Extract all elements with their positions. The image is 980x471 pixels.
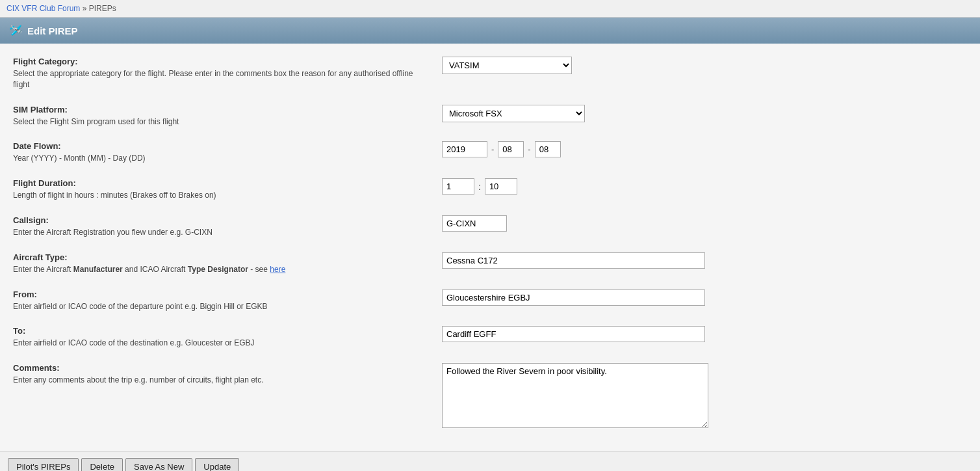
aircraft-type-desc: Enter the Aircraft Manufacturer and ICAO… (13, 264, 429, 275)
sim-platform-input-col: Microsoft FSX Microsoft FS2004 X-Plane P… (442, 105, 967, 122)
to-input-col (442, 326, 967, 342)
callsign-input[interactable] (442, 215, 507, 232)
duration-hours-input[interactable] (442, 178, 474, 195)
flight-duration-label-col: Flight Duration: Length of flight in hou… (13, 178, 442, 201)
sim-platform-select[interactable]: Microsoft FSX Microsoft FS2004 X-Plane P… (442, 105, 585, 122)
date-flown-desc: Year (YYYY) - Month (MM) - Day (DD) (13, 153, 429, 164)
to-title: To: (13, 326, 429, 336)
page-header: 🛩️ Edit PIREP (0, 18, 980, 44)
from-input-col (442, 289, 967, 306)
aircraft-type-title: Aircraft Type: (13, 252, 429, 262)
aircraft-type-desc-before: Enter the Aircraft (13, 265, 73, 274)
date-flown-input-col: - - (442, 141, 967, 157)
sim-platform-label-col: SIM Platform: Select the Flight Sim prog… (13, 105, 442, 128)
comments-textarea[interactable]: Followed the River Severn in poor visibi… (442, 363, 708, 428)
flight-category-title: Flight Category: (13, 57, 429, 66)
footer-buttons: Pilot's PIREPs Delete Save As New Update (0, 451, 980, 471)
flight-category-input-col: VATSIM IVAO Offline (Authorised) Offline… (442, 57, 967, 74)
flight-category-label-col: Flight Category: Select the appropriate … (13, 57, 442, 90)
callsign-desc: Enter the Aircraft Registration you flew… (13, 227, 429, 238)
from-row: From: Enter airfield or ICAO code of the… (13, 289, 967, 312)
from-title: From: (13, 289, 429, 299)
aircraft-type-type: Type Designator (188, 265, 248, 274)
aircraft-type-input-col (442, 252, 967, 269)
aircraft-type-link[interactable]: here (270, 265, 285, 274)
flight-category-desc: Select the appropriate category for the … (13, 68, 429, 90)
comments-input-col: Followed the River Severn in poor visibi… (442, 363, 967, 430)
date-day-input[interactable] (535, 141, 561, 157)
duration-colon: : (477, 182, 482, 192)
aircraft-type-row: Aircraft Type: Enter the Aircraft Manufa… (13, 252, 967, 275)
date-flown-label-col: Date Flown: Year (YYYY) - Month (MM) - D… (13, 141, 442, 164)
date-flown-row: Date Flown: Year (YYYY) - Month (MM) - D… (13, 141, 967, 164)
comments-desc: Enter any comments about the trip e.g. n… (13, 375, 429, 386)
main-content: Flight Category: Select the appropriate … (0, 44, 980, 451)
flight-duration-input-col: : (442, 178, 967, 195)
to-input[interactable] (442, 326, 705, 342)
callsign-input-col (442, 215, 967, 232)
sim-platform-desc: Select the Flight Sim program used for t… (13, 116, 429, 128)
aircraft-type-desc-after: - see (248, 265, 270, 274)
breadcrumb-separator: » (83, 4, 87, 13)
duration-row: : (442, 178, 967, 195)
flight-duration-title: Flight Duration: (13, 178, 429, 188)
aircraft-type-manufacturer: Manufacturer (73, 265, 123, 274)
aircraft-type-label-col: Aircraft Type: Enter the Aircraft Manufa… (13, 252, 442, 275)
from-input[interactable] (442, 289, 705, 306)
flight-category-select[interactable]: VATSIM IVAO Offline (Authorised) Offline… (442, 57, 572, 74)
from-label-col: From: Enter airfield or ICAO code of the… (13, 289, 442, 312)
edit-pirep-icon: 🛩️ (9, 24, 22, 37)
page-title: Edit PIREP (27, 25, 78, 36)
flight-duration-desc: Length of flight in hours : minutes (Bra… (13, 190, 429, 201)
callsign-row: Callsign: Enter the Aircraft Registratio… (13, 215, 967, 238)
date-row: - - (442, 141, 967, 157)
comments-title: Comments: (13, 363, 429, 373)
callsign-label-col: Callsign: Enter the Aircraft Registratio… (13, 215, 442, 238)
callsign-title: Callsign: (13, 215, 429, 225)
date-sep-2: - (526, 144, 532, 154)
date-year-input[interactable] (442, 141, 487, 157)
delete-button[interactable]: Delete (81, 458, 123, 471)
aircraft-type-input[interactable] (442, 252, 705, 269)
to-row: To: Enter airfield or ICAO code of the d… (13, 326, 967, 349)
breadcrumb: CIX VFR Club Forum » PIREPs (0, 0, 980, 18)
duration-minutes-input[interactable] (485, 178, 517, 195)
to-desc: Enter airfield or ICAO code of the desti… (13, 338, 429, 349)
comments-row: Comments: Enter any comments about the t… (13, 363, 967, 430)
sim-platform-title: SIM Platform: (13, 105, 429, 114)
to-label-col: To: Enter airfield or ICAO code of the d… (13, 326, 442, 349)
sim-platform-row: SIM Platform: Select the Flight Sim prog… (13, 105, 967, 128)
date-sep-1: - (490, 144, 495, 154)
breadcrumb-current: PIREPs (89, 4, 116, 13)
flight-duration-row: Flight Duration: Length of flight in hou… (13, 178, 967, 201)
pilots-pireps-button[interactable]: Pilot's PIREPs (8, 458, 79, 471)
comments-label-col: Comments: Enter any comments about the t… (13, 363, 442, 386)
date-flown-title: Date Flown: (13, 141, 429, 151)
flight-category-row: Flight Category: Select the appropriate … (13, 57, 967, 90)
breadcrumb-site-link[interactable]: CIX VFR Club Forum (6, 4, 80, 13)
from-desc: Enter airfield or ICAO code of the depar… (13, 301, 429, 312)
update-button[interactable]: Update (195, 458, 239, 471)
date-month-input[interactable] (498, 141, 524, 157)
aircraft-type-desc-middle: and ICAO Aircraft (123, 265, 188, 274)
save-as-new-button[interactable]: Save As New (125, 458, 192, 471)
